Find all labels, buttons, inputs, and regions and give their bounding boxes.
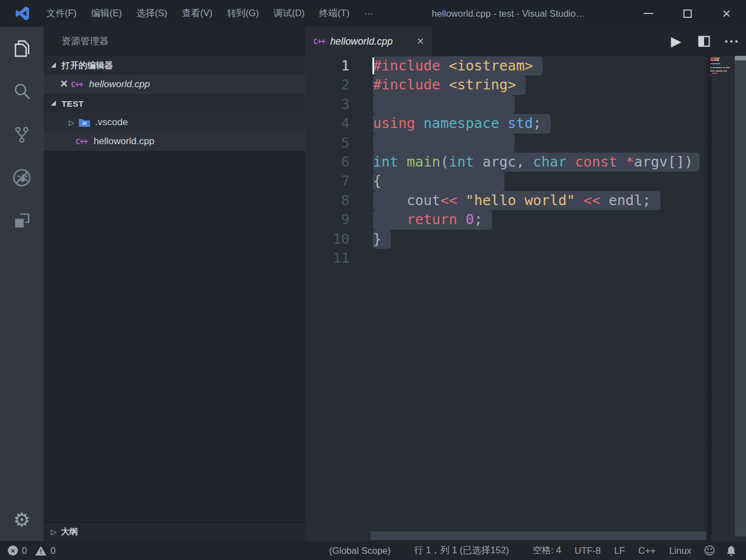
code-line[interactable]: 8 cout<< "hello world" << endl; [305,191,711,210]
split-editor-button[interactable] [690,27,718,56]
line-number[interactable]: 3 [305,95,350,114]
sidebar-item-extensions[interactable] [0,199,44,242]
code-line[interactable]: 10} [305,230,711,249]
vertical-scrollbar[interactable] [735,56,746,537]
chevron-collapsed-icon: ▷ [51,528,56,536]
search-icon [12,82,32,102]
horizontal-scrollbar-thumb[interactable] [371,531,706,540]
text-cursor [372,58,374,74]
files-icon [12,39,31,58]
menu-item-selection[interactable]: 选择(S) [129,0,174,27]
line-number[interactable]: 4 [305,114,350,133]
selection-highlight: cout<< "hello world" << endl; [373,191,660,210]
chevron-expanded-icon [51,101,56,106]
code-line[interactable]: 11 [305,249,711,268]
status-bar: × 0 ! 0 (Global Scope)行 1，列 1 (已选择152)空格… [0,541,746,560]
open-editor-item-helloworld[interactable]: × C++ helloworld.cpp [44,75,305,94]
warning-count: 0 [50,545,55,556]
vertical-scrollbar-thumb[interactable] [735,56,746,60]
code-line[interactable]: 1#include <iostream> [305,56,711,75]
window-title: helloworld.cpp - test - Visual Studio… [432,0,585,27]
line-number[interactable]: 8 [305,191,350,210]
sidebar-title: 资源管理器 [44,27,305,56]
run-button[interactable]: ▶ [662,27,690,56]
line-number[interactable]: 10 [305,230,350,249]
minimap-shadow [703,56,711,541]
feedback-smiley-icon[interactable]: ☺ [698,544,721,557]
tab-close-icon[interactable]: × [417,35,424,48]
status-encoding[interactable]: UTF-8 [568,545,607,556]
selection-highlight: #include <string> [373,75,526,94]
vscode-folder-icon [79,118,90,127]
vscode-logo-icon [15,6,30,21]
line-number[interactable]: 6 [305,153,350,172]
code-line[interactable]: 6int main(int argc, char const *argv[]) [305,153,711,172]
menu-item-edit[interactable]: 编辑(E) [84,0,129,27]
code-line[interactable]: 2#include <string> [305,75,711,94]
code-line[interactable]: 3 [305,95,711,114]
status-language-mode[interactable]: C++ [632,545,663,556]
line-number[interactable]: 11 [305,249,350,268]
code-line[interactable]: 5 [305,134,711,153]
window-controls: × [629,0,746,27]
code-line[interactable]: 7{ [305,172,711,191]
code-line[interactable]: 9 return 0; [305,210,711,229]
sidebar-item-explorer[interactable] [0,27,44,70]
problems-indicator[interactable]: × 0 ! 0 [8,545,55,556]
sidebar-item-search[interactable] [0,70,44,113]
tab-helloworld-cpp[interactable]: C++ helloworld.cpp × [305,27,432,56]
minimize-button[interactable] [629,0,668,27]
tab-bar: C++ helloworld.cpp × ▶ ··· [305,27,746,56]
tree-item-helloworld-cpp[interactable]: C++ helloworld.cpp [44,132,305,151]
line-number[interactable]: 2 [305,75,350,94]
line-number[interactable]: 1 [305,56,350,75]
status-remote-os[interactable]: Linux [663,545,698,556]
code-line[interactable]: 4using namespace std; [305,114,711,133]
status-symbol-scope[interactable]: (Global Scope) [322,545,397,556]
line-number[interactable]: 5 [305,134,350,153]
line-number[interactable]: 9 [305,210,350,229]
selection-highlight: return 0; [373,210,492,229]
more-actions-button[interactable]: ··· [718,27,746,56]
open-editors-section-header[interactable]: 打开的编辑器 [44,56,305,75]
git-branch-icon [12,125,31,145]
close-button[interactable]: × [707,0,746,27]
status-cursor-position[interactable]: 行 1，列 1 (已选择152) [408,544,516,557]
minimap[interactable] [710,58,733,78]
tree-item-vscode-folder[interactable]: ▷ .vscode [44,113,305,132]
line-number[interactable]: 7 [305,172,350,191]
editor-content[interactable]: 1#include <iostream>2#include <string>34… [305,56,746,541]
selection-highlight: int main(int argc, char const *argv[]) [373,153,700,172]
menu-item-more[interactable]: ··· [357,0,380,27]
selection-highlight: } [373,230,391,249]
outline-label: 大纲 [61,526,78,537]
selection-highlight [373,134,514,153]
status-eol-sequence[interactable]: LF [607,545,631,556]
folder-section-header[interactable]: TEST [44,94,305,113]
menu-item-file[interactable]: 文件(F) [39,0,84,27]
sidebar-item-source-control[interactable] [0,113,44,156]
minimize-icon [644,13,653,14]
vscode-window: 文件(F)编辑(E)选择(S)查看(V)转到(G)调试(D)终端(T)··· h… [0,0,746,560]
maximize-button[interactable] [668,0,707,27]
editor-group: C++ helloworld.cpp × ▶ ··· 1#include <io… [305,27,746,541]
menu-item-debug[interactable]: 调试(D) [266,0,312,27]
error-icon: × [8,545,18,556]
sidebar-item-debug[interactable] [0,156,44,199]
menu-item-view[interactable]: 查看(V) [174,0,220,27]
status-indentation[interactable]: 空格: 4 [526,544,568,557]
play-icon: ▶ [671,34,681,49]
outline-section-header[interactable]: ▷ 大纲 [44,522,305,541]
menu-item-go[interactable]: 转到(G) [220,0,266,27]
close-icon[interactable]: × [60,78,68,90]
menu-item-terminal[interactable]: 终端(T) [312,0,357,27]
status-bar-right: (Global Scope)行 1，列 1 (已选择152)空格: 4UTF-8… [322,544,746,557]
error-count: 0 [22,545,27,556]
settings-button[interactable]: ⚙ [0,498,44,541]
warning-icon: ! [35,546,46,556]
notifications-bell-icon[interactable] [721,545,743,556]
code-area[interactable]: 1#include <iostream>2#include <string>34… [305,56,711,268]
menu-bar: 文件(F)编辑(E)选择(S)查看(V)转到(G)调试(D)终端(T)··· [39,0,380,27]
tree-item-label: .vscode [95,117,128,128]
open-editor-file-label: helloworld.cpp [89,79,150,90]
